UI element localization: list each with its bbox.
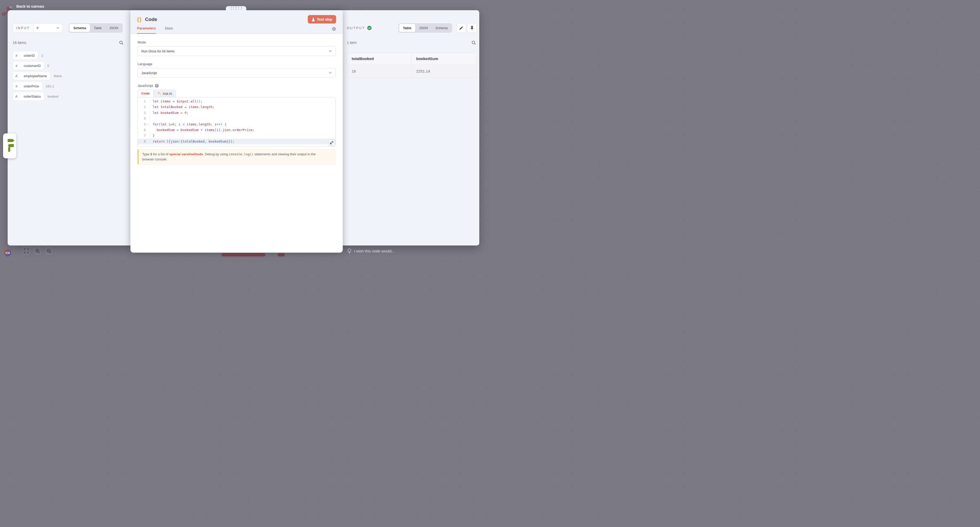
code-node-modal: {} Code Test step Parameters Docs ⚙ Mode…: [130, 10, 343, 252]
field-pill[interactable]: AorderStatus: [13, 92, 45, 101]
code-text: return [{json:{totalBooked, bookedSum}}]…: [150, 139, 234, 144]
input-display-mode: Schema Table JSON: [68, 23, 123, 33]
input-node-select[interactable]: INPUT If: [13, 23, 62, 33]
field-pill[interactable]: #customerID: [13, 61, 44, 70]
help-icon[interactable]: ?: [155, 84, 159, 88]
schema-field[interactable]: #customerID5: [13, 61, 62, 70]
tab-code[interactable]: Code: [138, 89, 154, 97]
code-text: let items = $input.all();: [150, 99, 203, 104]
pin-data-button[interactable]: [467, 23, 477, 33]
avatar-initials: KM: [5, 251, 10, 254]
node-feedback-button[interactable]: I wish this node would...: [348, 249, 395, 254]
input-label: INPUT: [13, 24, 33, 32]
field-pill[interactable]: AemployeeName: [13, 72, 51, 80]
node-settings-gear-icon[interactable]: ⚙: [332, 27, 336, 34]
if-node-icon: [8, 139, 16, 153]
schema-field[interactable]: AemployeeNameMario: [13, 72, 62, 80]
output-cell: 16: [347, 64, 412, 78]
tab-output-schema[interactable]: Schema: [431, 24, 452, 32]
code-line-8[interactable]: 8return [{json:{totalBooked, bookedSum}}…: [138, 139, 335, 144]
tab-docs[interactable]: Docs: [165, 26, 173, 34]
output-column-header: totalBooked: [347, 53, 412, 64]
tab-parameters[interactable]: Parameters: [137, 26, 156, 34]
gutter: 6: [138, 127, 150, 133]
test-step-label: Test step: [317, 18, 332, 21]
output-table: totalBookedbookedSum 162251.14: [347, 53, 476, 78]
ask-ai-tab-label: Ask AI: [163, 92, 172, 96]
code-line-5[interactable]: 5˅for(let i=0; i < items.length; i++) {: [138, 121, 335, 127]
field-value: booked: [48, 94, 59, 98]
output-cell: 2251.14: [412, 64, 476, 78]
tab-ask-ai[interactable]: Ask AI: [154, 89, 176, 97]
output-label: OUTPUT: [347, 26, 365, 30]
language-value: JavaScript: [142, 71, 157, 75]
output-search-button[interactable]: [471, 40, 476, 45]
node-title: Code: [145, 17, 157, 22]
string-type-icon: A: [13, 72, 21, 80]
gutter: 8: [138, 139, 150, 144]
search-icon: [472, 41, 476, 45]
schema-field[interactable]: #orderPrice161.1: [13, 82, 62, 90]
field-pill[interactable]: #orderID: [13, 51, 38, 60]
pencil-icon: [459, 26, 463, 30]
input-panel: INPUT If Schema Table JSON 16 items #ord…: [8, 10, 130, 246]
zoom-out-icon: [47, 249, 52, 254]
user-avatar[interactable]: KM: [4, 249, 11, 257]
edit-output-button[interactable]: [456, 23, 466, 33]
field-name: customerID: [21, 62, 44, 70]
language-label: Language: [138, 62, 336, 66]
special-vars-link[interactable]: special vars/methods: [169, 152, 203, 156]
string-type-icon: A: [13, 92, 21, 101]
code-line-6[interactable]: 6 bookedSum = bookedSum + items[i].json.…: [138, 127, 335, 133]
field-name: employeeName: [21, 72, 50, 80]
editor-label: JavaScript: [138, 84, 153, 88]
if-node-card[interactable]: [3, 133, 16, 158]
output-row[interactable]: 162251.14: [347, 64, 476, 78]
zoom-out-button[interactable]: [44, 246, 54, 256]
code-line-3[interactable]: 3let bookedSum = 0;: [138, 110, 335, 116]
code-tab-label: Code: [142, 91, 150, 95]
gutter: 4: [138, 116, 150, 121]
chevron-down-icon: [329, 50, 332, 52]
editor-hint: Type $ for a list of special vars/method…: [138, 149, 335, 164]
code-text: for(let i=0; i < items.length; i++) {: [150, 121, 227, 127]
code-text: let totalBooked = items.length;: [150, 104, 215, 110]
zoom-in-button[interactable]: [33, 246, 42, 256]
fit-view-button[interactable]: [21, 246, 31, 256]
fold-chevron-icon[interactable]: ˅: [146, 121, 149, 127]
code-editor[interactable]: 1let items = $input.all();2let totalBook…: [138, 97, 336, 147]
mode-select[interactable]: Run Once for All Items: [138, 46, 336, 56]
code-line-2[interactable]: 2let totalBooked = items.length;: [138, 104, 335, 110]
modal-drag-handle[interactable]: [226, 6, 246, 10]
grip-dots-icon: [231, 7, 242, 10]
field-value: 161.1: [46, 84, 54, 88]
expand-editor-button[interactable]: [328, 139, 335, 146]
tab-input-schema[interactable]: Schema: [69, 24, 90, 32]
code-line-7[interactable]: 7}: [138, 133, 335, 139]
schema-field[interactable]: #orderID2: [13, 51, 62, 60]
code-text: }: [150, 133, 155, 139]
input-items-count: 16 items: [13, 41, 26, 45]
field-name: orderID: [21, 51, 38, 59]
editor-tabs: Code Ask AI: [138, 89, 336, 97]
input-search-button[interactable]: [119, 40, 124, 45]
back-to-canvas-button[interactable]: ← Back to canvas: [9, 4, 44, 9]
wish-text: I wish this node would...: [354, 249, 395, 253]
code-text: bookedSum = bookedSum + items[i].json.or…: [150, 127, 255, 133]
tab-input-json[interactable]: JSON: [105, 24, 122, 32]
tab-input-table[interactable]: Table: [90, 24, 105, 32]
tab-output-table[interactable]: Table: [399, 24, 415, 32]
code-line-4[interactable]: 4: [138, 116, 335, 121]
test-step-button[interactable]: Test step: [308, 15, 336, 24]
sparkles-icon: [158, 92, 161, 95]
code-line-1[interactable]: 1let items = $input.all();: [138, 99, 335, 104]
dimmed-execute-button: [221, 253, 266, 257]
chevron-down-icon: [329, 72, 332, 74]
language-select[interactable]: JavaScript: [138, 68, 336, 78]
gutter: 3: [138, 110, 150, 116]
tab-output-json[interactable]: JSON: [415, 24, 432, 32]
field-pill[interactable]: #orderPrice: [13, 82, 43, 90]
gutter: 7: [138, 133, 150, 139]
output-panel: OUTPUT Table JSON Schema: [343, 10, 479, 246]
schema-field[interactable]: AorderStatusbooked: [13, 92, 62, 101]
